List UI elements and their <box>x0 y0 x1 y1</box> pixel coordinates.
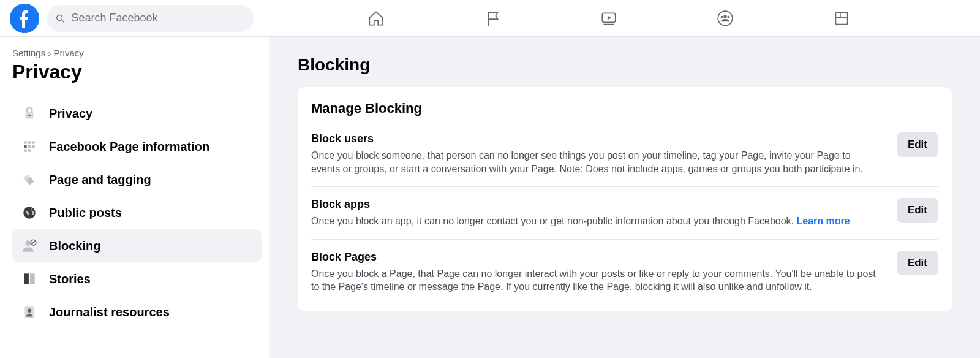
block-apps-row: Block apps Once you block an app, it can… <box>311 198 938 240</box>
book-icon <box>18 268 40 290</box>
facebook-logo-icon <box>10 4 39 33</box>
svg-rect-18 <box>24 149 26 151</box>
svg-line-2 <box>62 20 64 22</box>
lock-icon <box>18 102 40 124</box>
sidebar-item-label: Public posts <box>49 206 122 220</box>
svg-point-11 <box>28 115 30 116</box>
blocking-card: Manage Blocking Block users Once you blo… <box>298 87 952 311</box>
row-title: Block users <box>311 132 878 145</box>
video-icon <box>600 9 618 28</box>
edit-block-users-button[interactable]: Edit <box>897 132 938 157</box>
learn-more-link[interactable]: Learn more <box>797 216 850 226</box>
svg-point-7 <box>721 15 723 18</box>
sidebar-item-label: Blocking <box>49 239 100 253</box>
top-nav <box>254 2 970 34</box>
content-area: Blocking Manage Blocking Block users Onc… <box>270 37 980 358</box>
block-user-icon <box>18 235 40 257</box>
sidebar-item-public-posts[interactable]: Public posts <box>12 196 262 229</box>
edit-block-apps-button[interactable]: Edit <box>897 198 938 223</box>
svg-point-6 <box>723 15 726 18</box>
nav-gaming[interactable] <box>811 2 872 34</box>
svg-rect-14 <box>32 141 34 143</box>
svg-point-5 <box>718 11 733 26</box>
svg-line-23 <box>31 240 36 245</box>
row-description: Once you block an app, it can no longer … <box>311 215 878 228</box>
sidebar-item-journalist[interactable]: Journalist resources <box>12 295 262 329</box>
sidebar-item-tagging[interactable]: Page and tagging <box>12 163 262 196</box>
nav-home[interactable] <box>345 2 407 34</box>
search-input[interactable] <box>71 12 245 25</box>
gaming-icon <box>832 9 851 28</box>
breadcrumb-root[interactable]: Settings <box>12 48 45 58</box>
home-icon <box>367 9 385 28</box>
top-bar <box>0 0 980 37</box>
page-title: Privacy <box>12 61 262 83</box>
sidebar-item-label: Stories <box>49 272 91 286</box>
block-users-row: Block users Once you block someone, that… <box>311 132 938 187</box>
breadcrumb: Settings › Privacy <box>12 48 262 58</box>
block-pages-row: Block Pages Once you block a Page, that … <box>311 251 938 305</box>
sidebar-item-label: Journalist resources <box>49 305 170 319</box>
row-description: Once you block someone, that person can … <box>311 149 878 175</box>
svg-rect-13 <box>28 141 31 143</box>
search-icon <box>55 13 65 24</box>
flag-icon <box>483 9 502 28</box>
id-badge-icon <box>18 301 40 323</box>
tag-icon <box>18 169 40 191</box>
svg-rect-9 <box>835 12 847 24</box>
grid-icon <box>18 135 40 158</box>
card-title: Manage Blocking <box>311 101 938 116</box>
svg-point-8 <box>727 15 729 18</box>
breadcrumb-separator: › <box>48 48 51 58</box>
facebook-logo[interactable] <box>10 4 39 33</box>
svg-rect-15 <box>24 145 26 148</box>
nav-watch[interactable] <box>578 2 639 34</box>
sidebar-item-blocking[interactable]: Blocking <box>12 229 262 262</box>
nav-pages[interactable] <box>462 2 523 34</box>
row-title: Block Pages <box>311 251 878 264</box>
svg-point-21 <box>26 240 31 246</box>
sidebar: Settings › Privacy Privacy Privacy Faceb… <box>0 37 270 358</box>
search-container[interactable] <box>47 5 254 32</box>
sidebar-item-stories[interactable]: Stories <box>12 262 262 295</box>
svg-point-1 <box>57 15 62 20</box>
edit-block-pages-button[interactable]: Edit <box>897 251 938 275</box>
svg-rect-16 <box>28 145 31 148</box>
svg-point-25 <box>28 309 32 313</box>
row-title: Block apps <box>311 198 878 211</box>
sidebar-item-label: Facebook Page information <box>49 140 209 154</box>
sidebar-item-label: Page and tagging <box>49 173 151 187</box>
sidebar-item-privacy[interactable]: Privacy <box>12 97 262 130</box>
svg-rect-17 <box>32 145 34 148</box>
sidebar-item-label: Privacy <box>49 107 92 121</box>
breadcrumb-leaf: Privacy <box>54 48 84 58</box>
sidebar-item-page-info[interactable]: Facebook Page information <box>12 130 262 163</box>
svg-rect-19 <box>28 149 31 151</box>
content-title: Blocking <box>298 55 952 75</box>
globe-icon <box>18 202 40 224</box>
row-description: Once you block a Page, that Page can no … <box>311 267 878 294</box>
groups-icon <box>716 9 734 28</box>
nav-groups[interactable] <box>695 2 756 34</box>
svg-rect-12 <box>24 141 26 143</box>
